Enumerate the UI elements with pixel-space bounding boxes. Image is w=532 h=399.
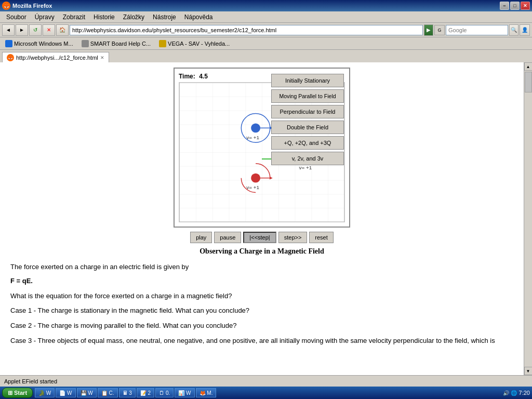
- step-button[interactable]: step>>: [278, 232, 308, 243]
- btn-initially-stationary[interactable]: Initially Stationary: [271, 74, 344, 87]
- taskbar-items: 🐊 W 📄 W 💾 W 📋 C. 🖩 3 📝 2 🗒 0. 📊 W 🦊 M.: [35, 388, 501, 397]
- start-button[interactable]: ⊞ Start: [2, 388, 33, 398]
- btn-velocities[interactable]: v, 2v, and 3v: [271, 152, 344, 165]
- bookmarks-bar: Microsoft Windows M... SMART Board Help …: [0, 37, 532, 50]
- btn-double-field[interactable]: Double the Field: [271, 121, 344, 134]
- menu-zobrazit[interactable]: Zobrazit: [59, 12, 89, 22]
- close-button[interactable]: ✕: [521, 2, 530, 10]
- bookmark-smart-icon: [82, 40, 89, 47]
- time-value: 4.5: [199, 73, 208, 80]
- address-bar[interactable]: http://webphysics.davidson.edu/physlet_r…: [70, 25, 423, 35]
- reload-button[interactable]: ↺: [29, 24, 42, 36]
- simulation-container: Time: 4.5: [10, 68, 513, 228]
- btn-charges[interactable]: +Q, +2Q, and +3Q: [271, 136, 344, 150]
- svg-text:v= +1: v= +1: [246, 184, 259, 190]
- menu-historie[interactable]: Historie: [89, 12, 119, 22]
- back-button[interactable]: ◄: [2, 24, 15, 36]
- para-case2: Case 2 - The charge is moving parallel t…: [10, 321, 513, 331]
- page-title: Observing a Charge in a Magnetic Field: [10, 247, 513, 256]
- svg-text:v= +1: v= +1: [299, 165, 312, 170]
- taskbar-item-3[interactable]: 💾 W: [77, 388, 97, 397]
- para-1: The force exerted on a charge in an elec…: [10, 262, 513, 273]
- svg-text:v= +1: v= +1: [246, 135, 259, 140]
- menu-nastroje[interactable]: Nástroje: [149, 12, 180, 22]
- search-button[interactable]: 🔍: [509, 24, 518, 36]
- bookmark-smart-label: SMART Board Help C...: [90, 41, 151, 47]
- menu-upravy[interactable]: Úpravy: [31, 12, 59, 22]
- bookmark-vega[interactable]: VEGA - SAV - Vyhleda...: [156, 39, 233, 48]
- menu-napoveda[interactable]: Nápověda: [180, 12, 217, 22]
- title-bar: 🦊 Mozilla Firefox − □ ✕: [0, 0, 532, 11]
- scroll-down-button[interactable]: ▼: [524, 367, 533, 375]
- maximize-button[interactable]: □: [510, 2, 520, 10]
- bookmark-smart[interactable]: SMART Board Help C...: [78, 39, 154, 48]
- play-button[interactable]: play: [190, 232, 212, 243]
- taskbar-item-8[interactable]: 📊 W: [175, 388, 194, 397]
- tab-close-button[interactable]: ✕: [100, 55, 104, 60]
- bookmark-windows[interactable]: Microsoft Windows M...: [2, 39, 76, 48]
- svg-point-6: [251, 123, 260, 132]
- scroll-thumb[interactable]: [525, 72, 532, 92]
- para-case1: Case 1 - The charge is stationary in the…: [10, 305, 513, 316]
- bookmark-windows-icon: [5, 40, 12, 47]
- tab-favicon: 🦊: [7, 54, 14, 61]
- page-area: Time: 4.5: [0, 62, 524, 375]
- taskbar-item-5[interactable]: 🖩 3: [119, 388, 136, 397]
- playback-controls: play pause |<<step| step>> reset: [10, 232, 513, 243]
- para-case3: Case 3 - Three objects of equal mass, on…: [10, 336, 513, 347]
- minimize-button[interactable]: −: [500, 2, 509, 10]
- firefox-icon: 🦊: [2, 2, 10, 10]
- taskbar-right: 🔊 🌐 7:20: [503, 390, 530, 396]
- google-logo: G: [434, 25, 445, 35]
- bookmark-vega-label: VEGA - SAV - Vyhleda...: [168, 41, 230, 47]
- url-text: http://webphysics.davidson.edu/physlet_r…: [72, 27, 276, 33]
- taskbar-item-6[interactable]: 📝 2: [137, 388, 154, 397]
- taskbar: ⊞ Start 🐊 W 📄 W 💾 W 📋 C. 🖩 3 📝 2 🗒 0. 📊 …: [0, 387, 532, 399]
- go-button[interactable]: ▶: [424, 24, 433, 36]
- btn-perpendicular[interactable]: Perpendicular to Field: [271, 105, 344, 118]
- para-3: What is the equation for the force exert…: [10, 291, 513, 302]
- tab-label: http://webphysi.../c12_force.html: [16, 55, 98, 61]
- taskbar-item-9[interactable]: 🦊 M.: [196, 388, 217, 397]
- taskbar-item-1[interactable]: 🐊 W: [35, 388, 55, 397]
- profile-button[interactable]: 👤: [520, 24, 530, 36]
- clock: 7:20: [519, 390, 530, 396]
- forward-button[interactable]: ►: [16, 24, 28, 36]
- reset-button[interactable]: reset: [309, 232, 333, 243]
- taskbar-item-7[interactable]: 🗒 0.: [155, 388, 174, 397]
- taskbar-icons: 🔊 🌐: [503, 390, 517, 396]
- simulation-controls: Initially Stationary Moving Parallel to …: [271, 74, 344, 165]
- menu-soubor[interactable]: Soubor: [2, 12, 31, 22]
- taskbar-item-2[interactable]: 📄 W: [56, 388, 75, 397]
- search-input[interactable]: [446, 25, 508, 35]
- svg-point-13: [251, 174, 260, 183]
- scroll-up-button[interactable]: ▲: [524, 62, 533, 71]
- window-title: Mozilla Firefox: [12, 3, 52, 9]
- bookmark-vega-icon: [159, 40, 166, 47]
- window-controls[interactable]: − □ ✕: [500, 2, 530, 10]
- simulation-box: Time: 4.5: [174, 68, 350, 228]
- bookmark-windows-label: Microsoft Windows M...: [14, 41, 73, 47]
- tab-bar: 🦊 http://webphysi.../c12_force.html ✕: [0, 50, 532, 62]
- pause-button[interactable]: pause: [214, 232, 241, 243]
- windows-logo: ⊞: [8, 390, 12, 396]
- btn-moving-parallel[interactable]: Moving Parallel to Field: [271, 89, 344, 103]
- taskbar-item-4[interactable]: 📋 C.: [98, 388, 118, 397]
- menu-zalozky[interactable]: Záložky: [119, 12, 149, 22]
- toolbar: ◄ ► ↺ ✕ 🏠 http://webphysics.davidson.edu…: [0, 23, 532, 37]
- stop-button[interactable]: ✕: [43, 24, 55, 36]
- scrollbar[interactable]: ▲ ▼: [524, 62, 532, 375]
- tab-main[interactable]: 🦊 http://webphysi.../c12_force.html ✕: [2, 52, 109, 62]
- menu-bar: Soubor Úpravy Zobrazit Historie Záložky …: [0, 11, 532, 23]
- para-2: F = qE.: [10, 276, 513, 287]
- backstep-button[interactable]: |<<step|: [243, 232, 276, 243]
- home-button[interactable]: 🏠: [56, 24, 69, 36]
